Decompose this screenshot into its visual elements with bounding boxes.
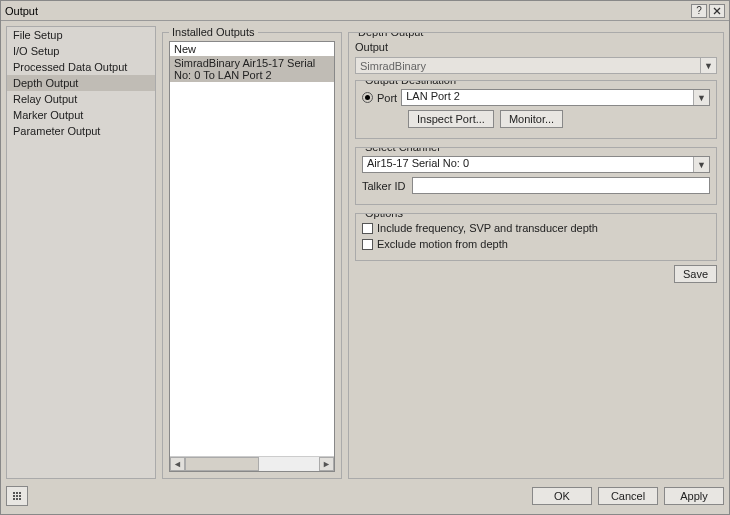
output-label: Output	[355, 41, 388, 53]
sidebar-item-marker-output[interactable]: Marker Output	[7, 107, 155, 123]
channel-select-value: Air15-17 Serial No: 0	[367, 157, 469, 169]
installed-outputs-column: Installed Outputs New SimradBinary Air15…	[162, 26, 342, 479]
include-frequency-checkbox[interactable]	[362, 223, 373, 234]
scroll-track[interactable]	[185, 457, 319, 471]
output-select[interactable]: SimradBinary ▼	[355, 57, 717, 74]
depth-output-legend: Depth Output	[355, 32, 426, 38]
select-channel-group: Select Channel Air15-17 Serial No: 0 ▼ T…	[355, 147, 717, 205]
close-icon	[713, 7, 721, 15]
list-item-simradbinary[interactable]: SimradBinary Air15-17 Serial No: 0 To LA…	[170, 56, 334, 82]
channel-select[interactable]: Air15-17 Serial No: 0 ▼	[362, 156, 710, 173]
save-button[interactable]: Save	[674, 265, 717, 283]
scroll-thumb[interactable]	[185, 457, 259, 471]
footer-row: OK Cancel Apply	[6, 483, 724, 509]
sidebar-item-relay-output[interactable]: Relay Output	[7, 91, 155, 107]
installed-outputs-legend: Installed Outputs	[169, 26, 258, 38]
options-group: Options Include frequency, SVP and trans…	[355, 213, 717, 261]
include-frequency-label: Include frequency, SVP and transducer de…	[377, 222, 598, 234]
port-label: Port	[377, 92, 397, 104]
scroll-left-icon[interactable]: ◄	[170, 457, 185, 471]
options-legend: Options	[362, 213, 406, 219]
chevron-down-icon: ▼	[693, 90, 709, 105]
nav-sidebar: File Setup I/O Setup Processed Data Outp…	[6, 26, 156, 479]
installed-outputs-group: Installed Outputs New SimradBinary Air15…	[162, 32, 342, 479]
port-select[interactable]: LAN Port 2 ▼	[401, 89, 710, 106]
grid-icon	[13, 492, 21, 500]
apply-button[interactable]: Apply	[664, 487, 724, 505]
dialog-body: File Setup I/O Setup Processed Data Outp…	[1, 21, 729, 514]
chevron-down-icon: ▼	[693, 157, 709, 172]
window-title: Output	[5, 5, 689, 17]
sidebar-item-file-setup[interactable]: File Setup	[7, 27, 155, 43]
sidebar-item-io-setup[interactable]: I/O Setup	[7, 43, 155, 59]
scroll-right-icon[interactable]: ►	[319, 457, 334, 471]
sidebar-item-processed-data-output[interactable]: Processed Data Output	[7, 59, 155, 75]
ok-button[interactable]: OK	[532, 487, 592, 505]
talker-id-label: Talker ID	[362, 180, 408, 192]
list-horizontal-scrollbar[interactable]: ◄ ►	[170, 456, 334, 471]
main-row: File Setup I/O Setup Processed Data Outp…	[6, 26, 724, 479]
output-destination-legend: Output Destination	[362, 80, 459, 86]
port-select-value: LAN Port 2	[406, 90, 460, 102]
inspect-port-button[interactable]: Inspect Port...	[408, 110, 494, 128]
cancel-button[interactable]: Cancel	[598, 487, 658, 505]
help-button[interactable]: ?	[691, 4, 707, 18]
sidebar-item-parameter-output[interactable]: Parameter Output	[7, 123, 155, 139]
output-select-value: SimradBinary	[360, 60, 426, 72]
output-dialog: Output ? File Setup I/O Setup Processed …	[0, 0, 730, 515]
output-destination-group: Output Destination Port LAN Port 2 ▼ Ins…	[355, 80, 717, 139]
select-channel-legend: Select Channel	[362, 147, 443, 153]
titlebar: Output ?	[1, 1, 729, 21]
depth-output-group: Depth Output Output SimradBinary ▼ Outpu…	[348, 32, 724, 479]
exclude-motion-checkbox[interactable]	[362, 239, 373, 250]
chevron-down-icon: ▼	[700, 58, 716, 73]
port-radio[interactable]	[362, 92, 373, 103]
talker-id-input[interactable]	[412, 177, 710, 194]
installed-outputs-list[interactable]: New SimradBinary Air15-17 Serial No: 0 T…	[169, 41, 335, 472]
close-button[interactable]	[709, 4, 725, 18]
depth-output-column: Depth Output Output SimradBinary ▼ Outpu…	[348, 26, 724, 479]
sidebar-item-depth-output[interactable]: Depth Output	[7, 75, 155, 91]
exclude-motion-label: Exclude motion from depth	[377, 238, 508, 250]
pin-button[interactable]	[6, 486, 28, 506]
list-item-new[interactable]: New	[170, 42, 334, 56]
monitor-button[interactable]: Monitor...	[500, 110, 563, 128]
